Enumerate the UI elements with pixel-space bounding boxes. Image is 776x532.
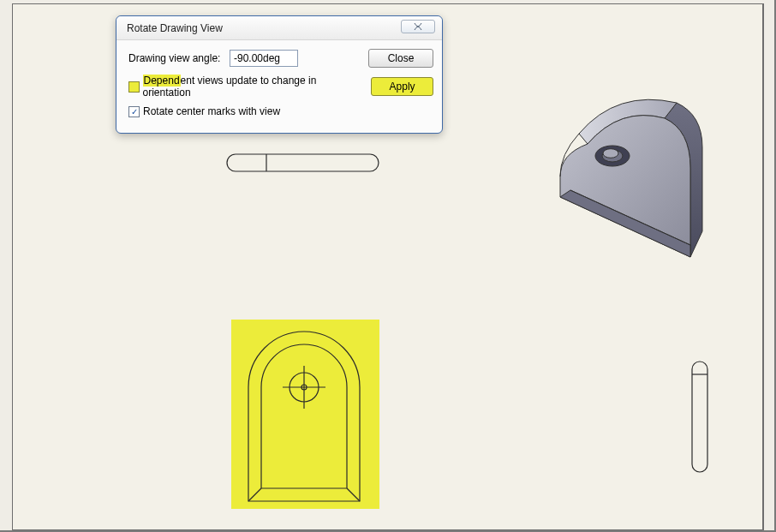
dialog-titlebar[interactable]: Rotate Drawing View (116, 16, 442, 40)
rotate-marks-label: Rotate center marks with view (143, 105, 280, 117)
angle-input[interactable] (230, 50, 298, 67)
dependent-label: Dependent views update to change in orie… (143, 75, 358, 99)
dialog-title: Rotate Drawing View (127, 22, 223, 34)
svg-line-3 (347, 488, 360, 501)
rotate-marks-checkbox-row[interactable]: ✓ Rotate center marks with view (128, 105, 280, 117)
top-view (225, 152, 380, 173)
front-view[interactable] (238, 326, 371, 505)
close-icon (413, 22, 423, 31)
svg-point-10 (603, 149, 618, 158)
svg-line-2 (248, 488, 261, 501)
dependent-checkbox[interactable] (128, 81, 140, 93)
rotate-marks-checkbox[interactable]: ✓ (128, 106, 140, 117)
app-root: Rotate Drawing View Drawing view angle: … (0, 0, 776, 532)
dialog-body: Drawing view angle: Close Dependent view… (116, 40, 442, 124)
dialog-x-button[interactable] (401, 20, 435, 33)
drawing-canvas[interactable]: Rotate Drawing View Drawing view angle: … (12, 3, 764, 530)
close-button[interactable]: Close (368, 49, 433, 68)
isometric-view (548, 94, 711, 270)
angle-label: Drawing view angle: (128, 52, 223, 64)
rotate-view-dialog: Rotate Drawing View Drawing view angle: … (116, 15, 443, 134)
dependent-checkbox-row[interactable]: Dependent views update to change in orie… (128, 75, 357, 99)
apply-button[interactable]: Apply (371, 77, 433, 96)
right-view (690, 360, 709, 474)
